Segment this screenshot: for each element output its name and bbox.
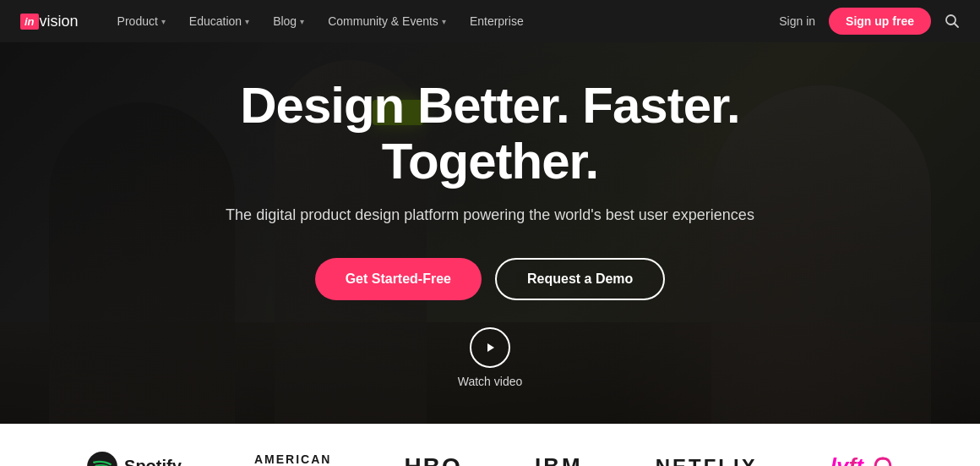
- lyft-label: lyft: [830, 453, 863, 466]
- nav-links: Product ▾ Education ▾ Blog ▾ Community &…: [106, 0, 780, 42]
- nav-item-education[interactable]: Education ▾: [177, 0, 261, 42]
- amex-logo[interactable]: AMERICANEXPRESS: [254, 452, 331, 466]
- hbo-label: HBO: [405, 453, 462, 467]
- svg-point-3: [87, 452, 117, 467]
- svg-marker-2: [487, 343, 494, 352]
- logo-vision: vision: [40, 13, 79, 30]
- lyft-logo[interactable]: lyft: [830, 453, 893, 466]
- chevron-down-icon: ▾: [300, 17, 304, 26]
- nav-item-community-events[interactable]: Community & Events ▾: [316, 0, 458, 42]
- hero-title: Design Better. Faster. Together.: [127, 78, 853, 189]
- get-started-button[interactable]: Get Started-Free: [315, 258, 482, 300]
- request-demo-button[interactable]: Request a Demo: [495, 258, 665, 300]
- sign-up-button[interactable]: Sign up free: [829, 8, 931, 35]
- nav-label-product: Product: [117, 14, 158, 28]
- lyft-icon: [873, 455, 893, 467]
- search-icon[interactable]: [945, 14, 960, 29]
- nav-label-blog: Blog: [273, 14, 297, 28]
- hbo-logo[interactable]: HBO: [405, 453, 462, 467]
- sign-in-link[interactable]: Sign in: [779, 14, 815, 28]
- amex-label: AMERICANEXPRESS: [254, 452, 331, 466]
- nav-label-enterprise: Enterprise: [470, 14, 524, 28]
- chevron-down-icon: ▾: [442, 17, 446, 26]
- play-icon: [470, 327, 510, 368]
- chevron-down-icon: ▾: [245, 17, 249, 26]
- watch-video-label: Watch video: [458, 375, 523, 388]
- chevron-down-icon: ▾: [161, 17, 166, 26]
- spotify-logo[interactable]: Spotify: [87, 452, 182, 467]
- nav-item-blog[interactable]: Blog ▾: [261, 0, 316, 42]
- hero-buttons: Get Started-Free Request a Demo: [127, 258, 853, 300]
- logo[interactable]: in vision: [20, 13, 79, 30]
- nav-item-enterprise[interactable]: Enterprise: [458, 0, 536, 42]
- hero-section: Design Better. Faster. Together. The dig…: [0, 42, 980, 424]
- hero-subtitle: The digital product design platform powe…: [127, 206, 853, 224]
- logo-in: in: [20, 14, 39, 30]
- nav-label-education: Education: [189, 14, 242, 28]
- spotify-icon: [87, 452, 117, 467]
- netflix-logo[interactable]: NETFLIX: [656, 455, 758, 467]
- netflix-label: NETFLIX: [656, 455, 758, 467]
- ibm-label: IBM: [535, 453, 583, 466]
- nav-label-community-events: Community & Events: [328, 14, 438, 28]
- brands-section: Spotify AMERICANEXPRESS HBO IBM NETFLIX …: [0, 424, 980, 466]
- nav-item-product[interactable]: Product ▾: [106, 0, 177, 42]
- nav-right: Sign in Sign up free: [779, 8, 960, 35]
- navbar: in vision Product ▾ Education ▾ Blog ▾ C…: [0, 0, 980, 42]
- ibm-logo[interactable]: IBM: [535, 453, 583, 466]
- spotify-label: Spotify: [124, 457, 182, 466]
- watch-video-button[interactable]: Watch video: [127, 327, 853, 388]
- svg-line-1: [955, 24, 959, 28]
- hero-content: Design Better. Faster. Together. The dig…: [110, 78, 870, 388]
